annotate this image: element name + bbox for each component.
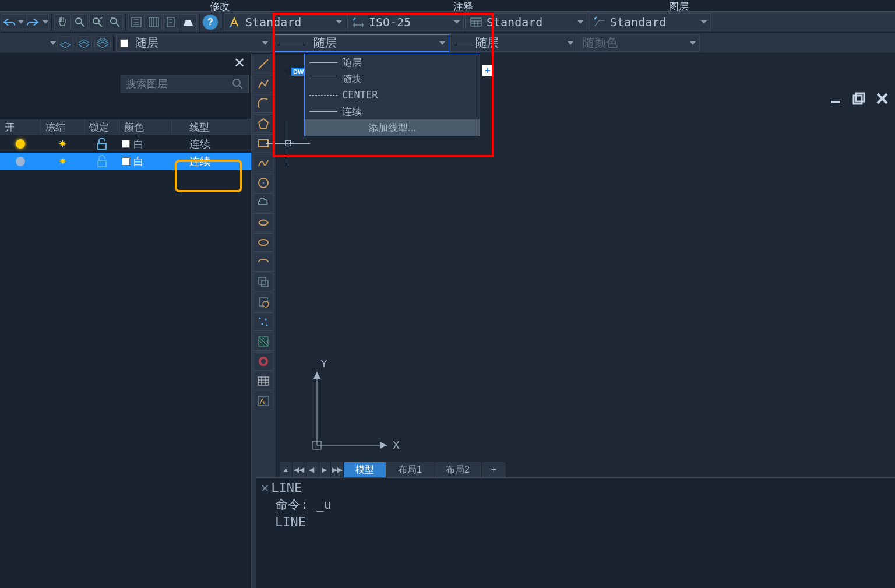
layout-tab-model[interactable]: 模型	[344, 462, 386, 477]
tab-modify[interactable]: 修改	[210, 0, 230, 13]
freeze-icon[interactable]: ✷	[58, 155, 67, 168]
svg-rect-62	[854, 96, 862, 104]
color-swatch-icon[interactable]	[122, 140, 130, 148]
linetype-dropdown-button[interactable]: 随层	[273, 34, 449, 52]
point-tool[interactable]	[253, 312, 274, 331]
new-tab-button[interactable]: +	[482, 65, 493, 76]
linetype-option-bylayer[interactable]: 随层	[305, 54, 480, 71]
tool-btn-1[interactable]	[128, 14, 145, 30]
layer-table: 开 冻结 锁定 颜色 线型 ✷ 白 连续	[0, 119, 251, 170]
curve-tool[interactable]	[253, 213, 274, 232]
redo-button[interactable]	[26, 14, 49, 30]
col-header-freeze[interactable]: 冻结	[41, 119, 84, 135]
layer-tools-group	[57, 36, 111, 50]
text-style-icon	[228, 15, 242, 29]
linetype-option-add[interactable]: 添加线型...	[305, 119, 480, 136]
pan-button[interactable]	[54, 14, 71, 30]
svg-point-33	[263, 182, 264, 184]
layer-search-input[interactable]: 搜索图层	[121, 75, 249, 93]
freeze-icon[interactable]: ✷	[58, 138, 67, 150]
zoom-window-button[interactable]	[89, 14, 105, 30]
svg-point-25	[233, 79, 240, 86]
col-header-on[interactable]: 开	[0, 119, 41, 135]
table-style-icon	[469, 15, 483, 29]
linetype-option-byblock[interactable]: 随块	[305, 71, 480, 87]
col-header-color[interactable]: 颜色	[119, 119, 172, 135]
table-tool[interactable]	[253, 372, 274, 390]
window-controls	[827, 90, 890, 107]
doc-tab-dropdown[interactable]	[282, 65, 290, 78]
line-tool[interactable]	[253, 55, 274, 73]
tab-annotation[interactable]: 注释	[453, 0, 473, 13]
tool-btn-3[interactable]	[163, 14, 179, 30]
svg-line-29	[259, 59, 268, 69]
color-swatch-icon[interactable]	[122, 157, 130, 166]
tab-layers[interactable]: 图层	[669, 0, 689, 13]
svg-line-3	[98, 23, 102, 27]
hatch-tool[interactable]	[253, 332, 274, 351]
lineweight-dropdown[interactable]: 随层	[450, 34, 577, 52]
cloud-tool[interactable]	[253, 193, 274, 212]
command-line-area[interactable]: ✕LINE 命令: _u LINE	[256, 477, 895, 588]
layout-prev-button[interactable]: ◀	[305, 462, 318, 477]
tool-btn-4[interactable]	[181, 14, 197, 30]
bulb-on-icon[interactable]	[16, 139, 25, 149]
layout-tab-add[interactable]: +	[482, 462, 506, 477]
group-tab-headers: 修改 注释 图层	[0, 0, 895, 12]
minimize-button[interactable]	[827, 90, 844, 107]
spline-tool[interactable]	[253, 154, 274, 172]
layer-row[interactable]: ✷ 白 连续	[0, 135, 251, 153]
bulb-off-icon[interactable]	[16, 157, 25, 166]
col-header-lock[interactable]: 锁定	[84, 119, 119, 135]
layout-next-button[interactable]: ▶	[318, 462, 331, 477]
command-close-icon[interactable]: ✕	[261, 480, 269, 495]
help-button[interactable]: ?	[202, 14, 219, 30]
bycolor-dropdown[interactable]: 随颜色	[579, 34, 700, 52]
arc-tool[interactable]	[253, 94, 274, 113]
mleader-style-dropdown[interactable]: Standard	[589, 13, 711, 31]
svg-text:A: A	[260, 397, 265, 406]
ellipse-tool[interactable]	[253, 233, 274, 252]
color-value: 随层	[135, 35, 158, 51]
donut-tool[interactable]	[253, 352, 274, 371]
color-dropdown[interactable]: 随层	[116, 34, 272, 52]
lineweight-value: 随层	[475, 35, 499, 51]
search-icon	[232, 78, 244, 90]
panel-close-button[interactable]: ✕	[234, 55, 245, 71]
linetype-option-continuous[interactable]: 连续	[305, 103, 480, 119]
bycolor-value: 随颜色	[583, 35, 618, 51]
dim-style-value: ISO-25	[369, 15, 411, 29]
ellipse-arc-tool[interactable]	[253, 253, 274, 272]
layer-tool-2[interactable]	[76, 36, 92, 50]
layout-tab-layout2[interactable]: 布局2	[434, 462, 482, 477]
doc-tab-badge[interactable]: DW	[291, 68, 305, 76]
layout-last-button[interactable]: ▶▶	[331, 462, 344, 477]
lock-open-icon[interactable]	[96, 138, 108, 150]
polyline-tool[interactable]	[253, 75, 274, 93]
close-button[interactable]	[874, 90, 890, 107]
block-tool[interactable]	[253, 273, 274, 291]
circle-tool[interactable]	[253, 174, 274, 192]
polygon-tool[interactable]	[253, 114, 274, 133]
maximize-button[interactable]	[851, 90, 867, 107]
text-style-dropdown[interactable]: Standard	[224, 13, 346, 31]
layout-first-button[interactable]: ◀◀	[293, 462, 305, 477]
tool-btn-2[interactable]	[146, 14, 162, 30]
layer-row[interactable]: ✷ 白 连续	[0, 153, 251, 170]
layout-tab-layout1[interactable]: 布局1	[386, 462, 434, 477]
layout-up-button[interactable]: ▲	[280, 462, 293, 477]
zoom-realtime-button[interactable]	[72, 14, 88, 30]
insert-tool[interactable]	[253, 293, 274, 311]
table-style-dropdown[interactable]: Standard	[465, 13, 587, 31]
linetype-option-center[interactable]: CENTER	[305, 87, 480, 103]
dim-style-dropdown[interactable]: ISO-25	[347, 13, 464, 31]
mtext-tool[interactable]: A	[253, 392, 274, 410]
mleader-style-icon	[593, 15, 607, 29]
svg-rect-36	[262, 280, 268, 287]
lock-open-icon[interactable]	[96, 155, 108, 168]
layer-tool-1[interactable]	[57, 36, 73, 50]
zoom-previous-button[interactable]	[107, 14, 123, 30]
undo-button[interactable]	[1, 14, 24, 30]
layer-tool-3[interactable]	[94, 36, 111, 50]
col-header-linetype[interactable]: 线型	[172, 119, 230, 135]
